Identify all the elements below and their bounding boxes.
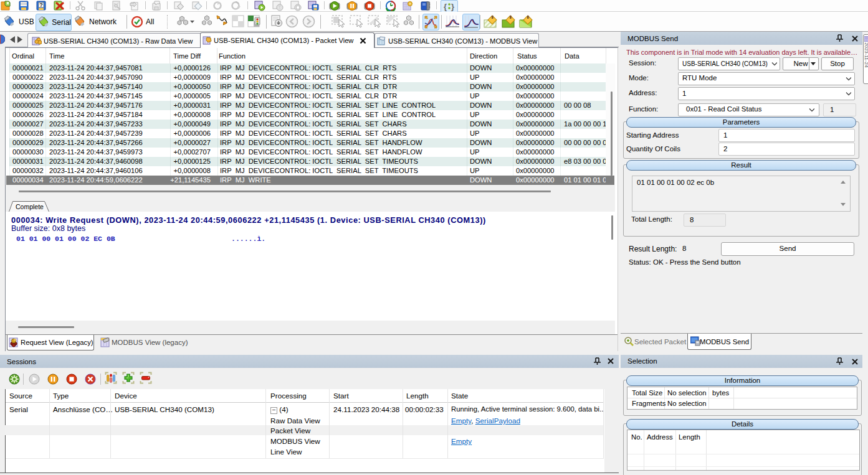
svg-text:{: { (444, 2, 447, 11)
svg-text:?: ? (39, 2, 43, 8)
svg-text:}: } (451, 2, 454, 11)
